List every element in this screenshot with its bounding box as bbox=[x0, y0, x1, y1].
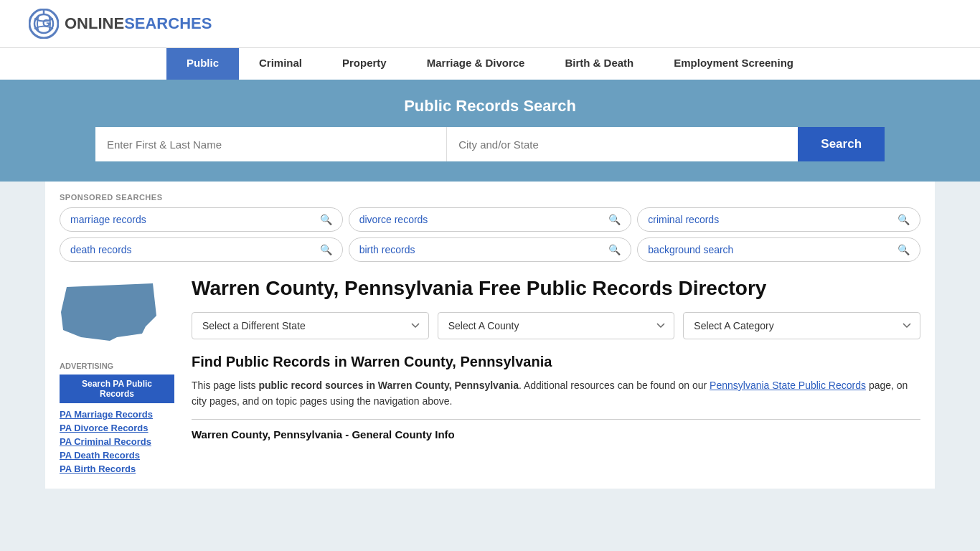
search-icon: 🔍 bbox=[320, 244, 332, 255]
logo[interactable]: G ONLINESEARCHES bbox=[29, 9, 212, 39]
nav-item-employment[interactable]: Employment Screening bbox=[654, 48, 814, 80]
sponsored-grid: marriage records 🔍 divorce records 🔍 cri… bbox=[60, 207, 920, 262]
sidebar-link-divorce[interactable]: PA Divorce Records bbox=[60, 423, 174, 433]
search-icon: 🔍 bbox=[897, 214, 910, 225]
svg-text:G: G bbox=[42, 17, 50, 29]
advertising-label: Advertising bbox=[60, 362, 174, 370]
general-info-title: Warren County, Pennsylvania - General Co… bbox=[192, 419, 920, 441]
main-nav: Public Criminal Property Marriage & Divo… bbox=[0, 47, 980, 80]
search-icon: 🔍 bbox=[897, 244, 910, 255]
sponsored-tag-birth[interactable]: birth records 🔍 bbox=[349, 237, 632, 262]
sponsored-tag-label: death records bbox=[70, 244, 132, 255]
sponsored-tag-criminal[interactable]: criminal records 🔍 bbox=[637, 207, 920, 232]
hero-title: Public Records Search bbox=[29, 97, 951, 116]
header: G ONLINESEARCHES bbox=[0, 0, 980, 47]
search-icon: 🔍 bbox=[320, 214, 332, 225]
dropdowns-row: Select a Different State Select A County… bbox=[192, 312, 920, 339]
search-icon: 🔍 bbox=[608, 244, 621, 255]
left-sidebar: Advertising Search PA Public Records PA … bbox=[60, 276, 174, 477]
county-section: Advertising Search PA Public Records PA … bbox=[60, 276, 920, 477]
find-records-title: Find Public Records in Warren County, Pe… bbox=[192, 354, 920, 370]
nav-item-birth-death[interactable]: Birth & Death bbox=[545, 48, 654, 80]
sponsored-tag-label: divorce records bbox=[359, 214, 428, 225]
svg-marker-4 bbox=[61, 283, 156, 341]
category-dropdown[interactable]: Select A Category bbox=[683, 312, 920, 339]
sidebar-link-criminal[interactable]: PA Criminal Records bbox=[60, 436, 174, 447]
nav-item-property[interactable]: Property bbox=[322, 48, 407, 80]
state-dropdown[interactable]: Select a Different State bbox=[192, 312, 429, 339]
main-content: SPONSORED SEARCHES marriage records 🔍 di… bbox=[45, 182, 935, 489]
sponsored-tag-background[interactable]: background search 🔍 bbox=[637, 237, 920, 262]
ad-button[interactable]: Search PA Public Records bbox=[60, 375, 174, 403]
sidebar-link-death[interactable]: PA Death Records bbox=[60, 450, 174, 461]
sponsored-tag-label: marriage records bbox=[70, 214, 146, 225]
logo-text: ONLINESEARCHES bbox=[65, 14, 212, 33]
sponsored-tag-label: birth records bbox=[359, 244, 415, 255]
sidebar-link-marriage[interactable]: PA Marriage Records bbox=[60, 409, 174, 420]
pa-records-link[interactable]: Pennsylvania State Public Records bbox=[710, 380, 866, 391]
name-input[interactable] bbox=[95, 127, 447, 161]
nav-item-criminal[interactable]: Criminal bbox=[239, 48, 322, 80]
sidebar-link-birth[interactable]: PA Birth Records bbox=[60, 463, 174, 474]
sponsored-tag-divorce[interactable]: divorce records 🔍 bbox=[349, 207, 632, 232]
county-dropdown[interactable]: Select A County bbox=[438, 312, 675, 339]
search-bar: Search bbox=[95, 127, 885, 161]
search-icon: 🔍 bbox=[608, 214, 621, 225]
description-text: This page lists public record sources in… bbox=[192, 377, 920, 410]
content-area: Warren County, Pennsylvania Free Public … bbox=[192, 276, 920, 477]
nav-item-marriage-divorce[interactable]: Marriage & Divorce bbox=[407, 48, 545, 80]
sponsored-tag-label: background search bbox=[648, 244, 733, 255]
sponsored-tag-label: criminal records bbox=[648, 214, 719, 225]
nav-item-public[interactable]: Public bbox=[166, 48, 239, 80]
hero-section: Public Records Search Search bbox=[0, 80, 980, 182]
search-button[interactable]: Search bbox=[798, 127, 885, 161]
pa-map-icon bbox=[60, 276, 160, 348]
location-input[interactable] bbox=[447, 127, 798, 161]
logo-icon: G bbox=[29, 9, 59, 39]
county-title: Warren County, Pennsylvania Free Public … bbox=[192, 276, 920, 301]
sponsored-tag-marriage[interactable]: marriage records 🔍 bbox=[60, 207, 343, 232]
sponsored-label: SPONSORED SEARCHES bbox=[60, 193, 920, 202]
sponsored-tag-death[interactable]: death records 🔍 bbox=[60, 237, 343, 262]
